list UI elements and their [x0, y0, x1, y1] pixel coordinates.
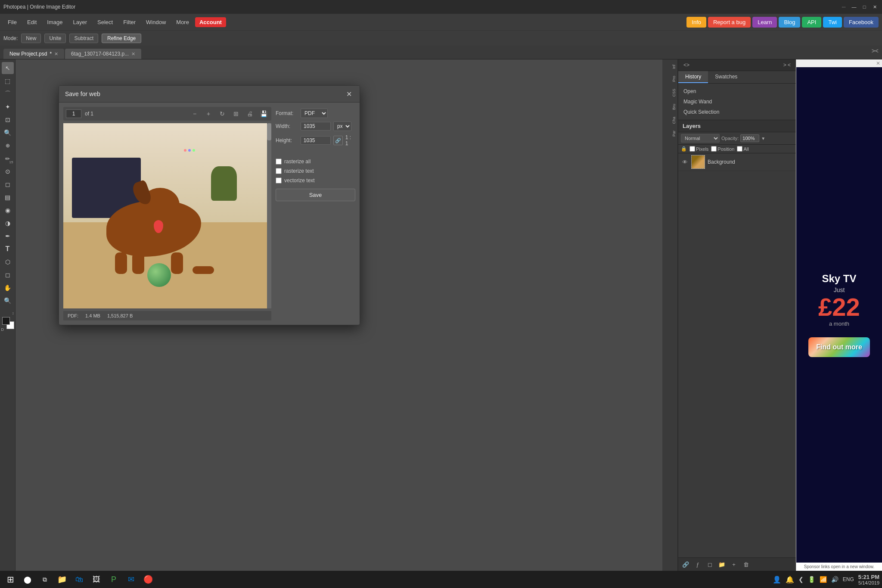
zoom-out-btn[interactable]: − [189, 109, 200, 119]
taskbar-photopea-btn[interactable]: P [106, 572, 121, 587]
mode-unite-btn[interactable]: Unite [44, 34, 66, 43]
lock-ratio-btn[interactable]: 🔗 [333, 136, 343, 145]
layers-trash-btn[interactable]: 🗑 [741, 560, 751, 569]
menu-layer[interactable]: Layer [69, 17, 92, 27]
layers-group-btn[interactable]: 📁 [717, 560, 727, 569]
maximize-btn[interactable]: □ [860, 3, 868, 11]
clone-tool-btn[interactable]: ⊙ [2, 165, 14, 177]
volume-icon[interactable]: 🔊 [831, 576, 839, 583]
tab-6tag[interactable]: 6tag_130717-084123.p... ✕ [65, 49, 141, 59]
layers-effect-btn[interactable]: ƒ [693, 560, 702, 569]
pen-tool-btn[interactable]: ✒ [2, 230, 14, 242]
more-btn[interactable]: ··· [840, 3, 848, 11]
taskbar-mail-btn[interactable]: ✉ [123, 572, 139, 587]
dialog-close-btn[interactable]: ✕ [344, 89, 354, 99]
account-button[interactable]: Account [195, 17, 226, 27]
format-select[interactable]: PDF PNG JPG WebP [301, 109, 328, 118]
battery-icon[interactable]: 🔋 [808, 576, 815, 583]
panel-code-btn[interactable]: <> [682, 61, 691, 69]
taskbar-other-btn[interactable]: 🔴 [140, 572, 156, 587]
close-window-btn[interactable]: ✕ [871, 3, 879, 11]
rotate-btn[interactable]: ↻ [217, 109, 227, 119]
lock-position-checkbox[interactable] [711, 146, 717, 152]
save-button[interactable]: Save [276, 189, 355, 201]
width-input[interactable] [301, 122, 331, 131]
menu-filter[interactable]: Filter [119, 17, 140, 27]
nav-reportbug-btn[interactable]: Report a bug [708, 17, 751, 28]
layer-item-background[interactable]: 👁 Background [678, 153, 796, 171]
default-colors-icon[interactable]: D [1, 327, 4, 332]
menu-edit[interactable]: Edit [23, 17, 41, 27]
fit-screen-btn[interactable]: ⊞ [231, 109, 241, 119]
opacity-arrow[interactable]: ▼ [761, 136, 765, 141]
menu-file[interactable]: File [3, 17, 21, 27]
nav-blog-btn[interactable]: Blog [779, 17, 800, 28]
zoom-tool-btn[interactable]: 🔍 [2, 295, 14, 307]
nav-info-btn[interactable]: Info [686, 17, 706, 28]
brush-tool-btn[interactable]: ✏ 15 [2, 152, 14, 165]
arrow-icon[interactable]: ❮ [798, 576, 804, 583]
heal-tool-btn[interactable]: ⊕ [2, 140, 14, 152]
shape-tool-btn[interactable]: ◻ [2, 269, 14, 281]
tab-new-project-close[interactable]: ✕ [54, 51, 58, 57]
panel-label-cha[interactable]: Cha [662, 113, 677, 128]
menu-select[interactable]: Select [93, 17, 117, 27]
blur-tool-btn[interactable]: ◉ [2, 204, 14, 216]
taskbar-store-btn[interactable]: 🛍 [71, 572, 87, 587]
panel-label-bru[interactable]: Bru [662, 100, 677, 113]
history-tab[interactable]: History [678, 71, 708, 83]
nav-facebook-btn[interactable]: Facebook [844, 17, 879, 28]
zoom-in-btn[interactable]: + [203, 109, 214, 119]
taskbar-start-btn[interactable]: ⊞ [3, 572, 18, 587]
taskbar-taskview-btn[interactable]: ⧉ [37, 572, 53, 587]
panel-collapse-btn[interactable]: >< [872, 47, 879, 54]
select-tool-btn[interactable]: ⬚ [2, 75, 14, 87]
tab-new-project[interactable]: New Project.psd * ✕ [3, 49, 64, 59]
lock-all-checkbox[interactable] [737, 146, 742, 152]
width-unit-select[interactable]: px % cm [333, 121, 351, 131]
nav-learn-btn[interactable]: Learn [752, 17, 777, 28]
language-indicator[interactable]: ENG [843, 576, 854, 582]
layer-visibility-icon[interactable]: 👁 [681, 158, 689, 166]
eraser-tool-btn[interactable]: ◻ [2, 178, 14, 190]
user-icon[interactable]: 👤 [773, 576, 781, 584]
tab-6tag-close[interactable]: ✕ [131, 51, 135, 57]
panel-label-css[interactable]: CSS [662, 85, 677, 100]
panel-label-inf[interactable]: Inf [662, 61, 677, 72]
nav-twi-btn[interactable]: Twi [823, 17, 842, 28]
nav-api-btn[interactable]: API [802, 17, 821, 28]
text-tool-btn[interactable]: T [2, 243, 14, 255]
lock-position-label[interactable]: Position [711, 146, 734, 152]
notification-icon[interactable]: 🔔 [786, 576, 794, 584]
download-btn[interactable]: 💾 [258, 109, 269, 119]
preview-scrollbar[interactable] [267, 123, 271, 308]
lock-pixels-checkbox[interactable] [689, 146, 695, 152]
page-number-input[interactable] [66, 109, 81, 118]
refine-edge-btn[interactable]: Refine Edge [102, 34, 141, 43]
move-tool-btn[interactable]: ↖ [2, 62, 14, 74]
paint-bucket-tool-btn[interactable]: ▤ [2, 191, 14, 203]
layers-link-btn[interactable]: 🔗 [681, 560, 690, 569]
preview-scrollbar-thumb[interactable] [267, 123, 271, 140]
panel-label-par[interactable]: Par [662, 127, 677, 140]
panel-label-pro[interactable]: Pro [662, 72, 677, 85]
crop-tool-btn[interactable]: ⊡ [2, 114, 14, 126]
rasterize-text-checkbox[interactable] [276, 168, 282, 174]
taskbar-search-btn[interactable]: ⬤ [20, 572, 35, 587]
path-tool-btn[interactable]: ⬡ [2, 256, 14, 268]
taskbar-images-btn[interactable]: 🖼 [89, 572, 104, 587]
menu-image[interactable]: Image [43, 17, 67, 27]
magic-wand-tool-btn[interactable]: ✦ [2, 101, 14, 113]
wifi-icon[interactable]: 📶 [820, 576, 827, 583]
taskbar-explorer-btn[interactable]: 📁 [54, 572, 70, 587]
layers-mask-btn[interactable]: ◻ [705, 560, 714, 569]
vectorize-text-checkbox[interactable] [276, 177, 282, 184]
dodge-tool-btn[interactable]: ◑ [2, 217, 14, 229]
history-item-magic-wand[interactable]: Magic Wand [678, 96, 796, 107]
layers-new-btn[interactable]: + [729, 560, 739, 569]
swap-colors-icon[interactable]: ↕ [12, 311, 14, 315]
history-item-quick-selection[interactable]: Quick Selection [678, 107, 796, 117]
ad-close-btn[interactable]: ✕ [876, 60, 880, 66]
blend-mode-select[interactable]: Normal Multiply Screen Overlay [681, 134, 720, 143]
canvas-area[interactable]: Save for web ✕ of 1 − + ↻ ⊞ 🖨 💾 [16, 59, 662, 571]
